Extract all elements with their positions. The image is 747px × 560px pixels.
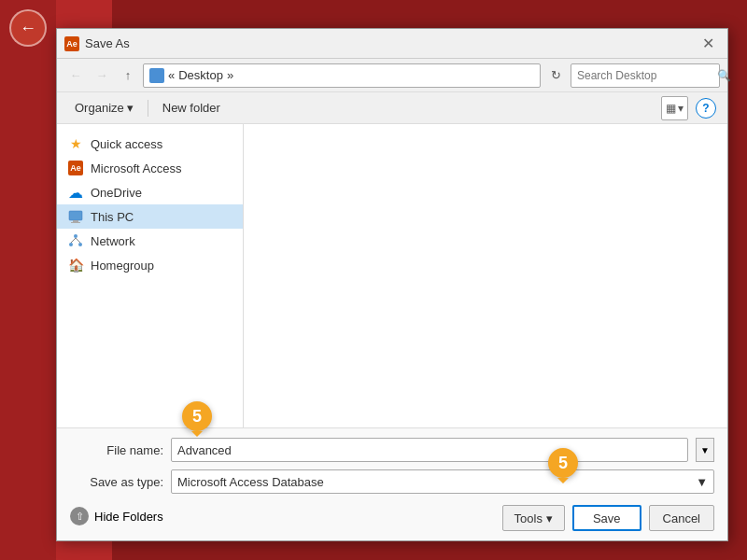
nav-item-quick-access-label: Quick access [91,137,162,151]
file-area [244,124,727,427]
savetype-label: Save as type: [70,475,163,489]
bottom-bar: File name: ▼ Save as type: Microsoft Acc… [57,427,727,540]
nav-path-suffix: » [227,68,233,82]
svg-rect-1 [73,220,78,222]
network-icon [68,233,83,248]
savetype-arrow-icon: ▼ [696,475,708,489]
svg-point-3 [74,234,78,238]
dialog-close-button[interactable]: ✕ [696,32,720,56]
nav-item-ms-access-label: Microsoft Access [91,161,182,175]
svg-rect-0 [69,211,82,220]
toolbar: Organize ▾ New folder ▦ ▾ ? [57,92,727,124]
nav-item-homegroup-label: Homegroup [91,259,154,273]
nav-path[interactable]: « Desktop » [143,63,541,88]
nav-path-location: Desktop [178,68,223,82]
hide-folders-label: Hide Folders [94,510,163,524]
nav-item-onedrive-label: OneDrive [91,186,142,200]
svg-point-4 [69,243,73,246]
dialog-app-icon: Ae [64,36,79,51]
filename-label: File name: [70,443,163,457]
desktop-folder-icon [149,68,164,83]
homegroup-icon: 🏠 [68,258,83,273]
search-icon: 🔍 [717,69,731,82]
svg-rect-2 [71,222,80,223]
left-nav-panel: ★ Quick access Ae Microsoft Access ☁ One… [57,124,244,427]
cancel-button[interactable]: Cancel [649,505,714,531]
ms-access-icon: Ae [68,161,83,175]
nav-item-network[interactable]: Network [57,229,243,253]
view-arrow-icon: ▾ [678,102,684,115]
quick-access-icon: ★ [68,136,83,151]
filename-row: File name: ▼ [70,438,714,462]
view-icon: ▦ [666,102,676,115]
navigation-bar: ← → ↑ « Desktop » ↻ 🔍 [57,59,727,92]
nav-forward-button[interactable]: → [91,64,113,87]
hide-folders-section[interactable]: ⇧ Hide Folders [70,507,163,525]
nav-up-button[interactable]: ↑ [117,64,139,87]
organize-button[interactable]: Organize ▾ [68,97,140,119]
nav-item-this-pc-label: This PC [91,210,134,224]
view-button[interactable]: ▦ ▾ [661,96,688,120]
hide-folders-icon: ⇧ [70,507,89,525]
nav-item-microsoft-access[interactable]: Ae Microsoft Access [57,156,243,180]
action-row: ⇧ Hide Folders Tools ▾ Save Cancel [70,501,714,531]
onedrive-icon: ☁ [68,185,83,200]
search-box[interactable]: 🔍 [571,63,720,88]
tools-button[interactable]: Tools ▾ [502,505,565,531]
sidebar-back-button[interactable]: ← [9,9,47,47]
toolbar-divider [148,100,148,117]
this-pc-icon [68,209,83,224]
nav-item-homegroup[interactable]: 🏠 Homegroup [57,253,243,277]
filename-dropdown-button[interactable]: ▼ [696,438,714,462]
main-content: ★ Quick access Ae Microsoft Access ☁ One… [57,124,727,427]
nav-refresh-button[interactable]: ↻ [544,64,567,87]
dialog-title: Save As [85,36,696,50]
savetype-dropdown[interactable]: Microsoft Access Database ▼ [171,469,714,494]
organize-arrow-icon: ▾ [127,101,134,115]
nav-item-quick-access[interactable]: ★ Quick access [57,132,243,156]
help-button[interactable]: ? [696,98,716,119]
new-folder-button[interactable]: New folder [156,97,227,119]
search-input[interactable] [577,69,717,82]
save-as-dialog: Ae Save As ✕ ← → ↑ « Desktop » ↻ 🔍 Organ… [56,28,728,541]
savetype-value: Microsoft Access Database [177,475,324,489]
dialog-titlebar: Ae Save As ✕ [57,29,727,59]
savetype-row: Save as type: Microsoft Access Database … [70,469,714,494]
svg-line-7 [76,238,80,243]
svg-line-6 [71,238,76,243]
dialog-buttons: Tools ▾ Save Cancel [502,501,714,531]
nav-path-prefix: « [168,68,175,82]
save-button[interactable]: Save [572,505,641,531]
nav-item-this-pc[interactable]: This PC [57,204,243,229]
app-sidebar: ← [0,0,56,560]
svg-point-5 [78,243,82,246]
nav-item-network-label: Network [91,234,135,248]
nav-item-onedrive[interactable]: ☁ OneDrive [57,180,243,204]
tools-arrow-icon: ▾ [546,511,553,525]
nav-back-button[interactable]: ← [64,64,87,87]
filename-input[interactable] [171,438,688,462]
